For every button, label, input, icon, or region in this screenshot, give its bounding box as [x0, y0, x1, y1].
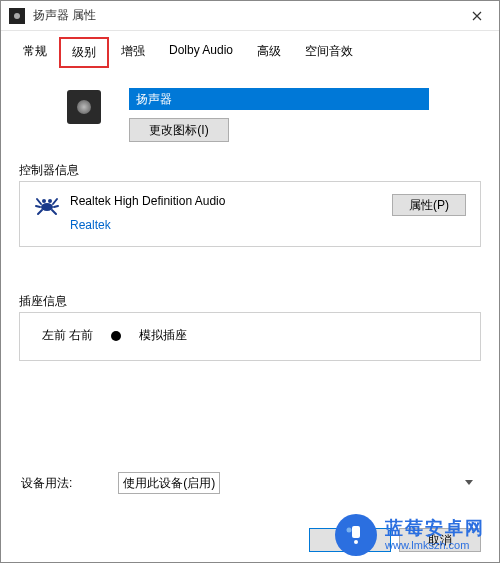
device-name-input[interactable]: [129, 88, 429, 110]
controller-group: 控制器信息 Realtek High Definition Audio Real…: [19, 162, 481, 247]
tab-content: 更改图标(I) 控制器信息 Realtek High Definition Au…: [1, 68, 499, 361]
jack-group: 插座信息 左前 右前 模拟插座: [19, 293, 481, 361]
dialog-footer: 确定 取消: [309, 528, 481, 552]
device-controls: 更改图标(I): [129, 88, 481, 142]
controller-properties-button[interactable]: 属性(P): [392, 194, 466, 216]
jack-channel-labels: 左前 右前: [42, 327, 93, 344]
svg-point-1: [42, 199, 46, 203]
controller-vendor-link[interactable]: Realtek: [70, 218, 382, 232]
jack-color-dot: [111, 331, 121, 341]
close-button[interactable]: [454, 1, 499, 31]
device-usage-row: 设备用法: 使用此设备(启用): [21, 472, 479, 494]
controller-name: Realtek High Definition Audio: [70, 194, 382, 208]
titlebar: 扬声器 属性: [1, 1, 499, 31]
svg-point-2: [48, 199, 52, 203]
jack-row: 左前 右前 模拟插座: [34, 325, 466, 346]
tab-spatial[interactable]: 空间音效: [293, 37, 365, 68]
change-icon-button[interactable]: 更改图标(I): [129, 118, 229, 142]
controller-row: Realtek High Definition Audio Realtek 属性…: [34, 194, 466, 232]
window-title: 扬声器 属性: [33, 7, 454, 24]
jack-group-label: 插座信息: [19, 293, 481, 310]
controller-group-label: 控制器信息: [19, 162, 481, 179]
tab-levels[interactable]: 级别: [59, 37, 109, 68]
close-icon: [472, 11, 482, 21]
cancel-button[interactable]: 取消: [399, 528, 481, 552]
properties-window: 扬声器 属性 常规 级别 增强 Dolby Audio 高级 空间音效 更改图标…: [0, 0, 500, 563]
realtek-crab-icon: [34, 192, 60, 218]
device-usage-select[interactable]: 使用此设备(启用): [118, 472, 220, 494]
tab-advanced[interactable]: 高级: [245, 37, 293, 68]
speaker-device-icon: [67, 90, 101, 124]
device-usage-select-wrap: 使用此设备(启用): [118, 472, 479, 494]
tab-dolby[interactable]: Dolby Audio: [157, 37, 245, 68]
device-row: 更改图标(I): [67, 88, 481, 142]
controller-text: Realtek High Definition Audio Realtek: [70, 194, 382, 232]
device-usage-label: 设备用法:: [21, 475, 72, 492]
speaker-app-icon: [9, 8, 25, 24]
controller-box: Realtek High Definition Audio Realtek 属性…: [19, 181, 481, 247]
jack-box: 左前 右前 模拟插座: [19, 312, 481, 361]
tab-general[interactable]: 常规: [11, 37, 59, 68]
tab-strip: 常规 级别 增强 Dolby Audio 高级 空间音效: [1, 33, 499, 68]
tab-enhance[interactable]: 增强: [109, 37, 157, 68]
jack-type-label: 模拟插座: [139, 327, 187, 344]
ok-button[interactable]: 确定: [309, 528, 391, 552]
